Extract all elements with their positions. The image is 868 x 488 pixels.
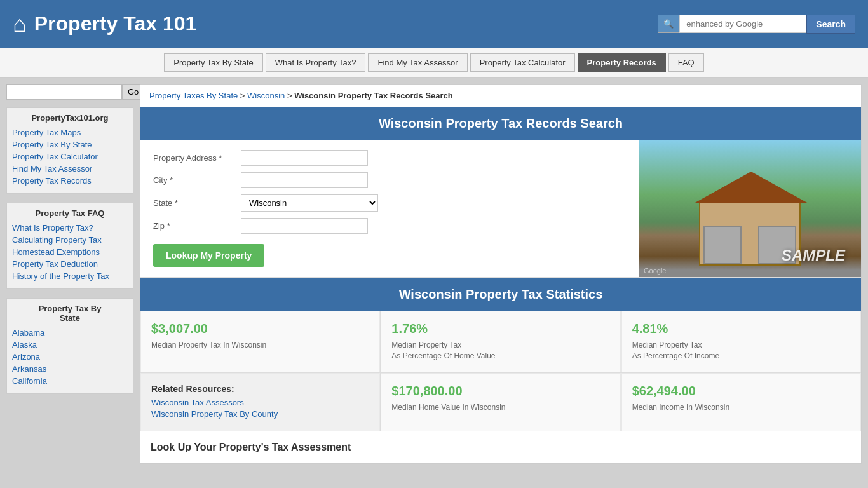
nav-property-tax-by-state[interactable]: Property Tax By State (164, 53, 263, 72)
search-button[interactable]: Search (806, 15, 855, 34)
resources-title: Related Resources: (151, 384, 369, 394)
nav-property-tax-calculator[interactable]: Property Tax Calculator (470, 53, 575, 72)
form-label-city: City * (153, 175, 236, 185)
nav-property-records[interactable]: Property Records (578, 53, 666, 72)
sample-image: SAMPLE Google (639, 140, 861, 277)
resource-link-tax-assessors[interactable]: Wisconsin Tax Assessors (151, 398, 369, 407)
stat-label-pct-income: Median Property TaxAs Percentage Of Inco… (632, 340, 850, 362)
sidebar-link-property-tax-records[interactable]: Property Tax Records (12, 176, 128, 186)
property-form-area: Property Address * City * State * Wiscon… (140, 140, 861, 278)
sidebar-link-property-tax-calculator[interactable]: Property Tax Calculator (12, 152, 128, 161)
sidebar-link-homestead-exemptions[interactable]: Homestead Exemptions (12, 247, 128, 257)
bottom-heading: Look Up Your Property's Tax Assessment (151, 442, 851, 453)
form-row-state: State * Wisconsin Alabama Alaska Arizona (153, 194, 626, 212)
sidebar-state-arizona[interactable]: Arizona (12, 352, 128, 362)
property-image: SAMPLE Google (639, 140, 861, 277)
bottom-section: Look Up Your Property's Tax Assessment (140, 431, 861, 463)
sidebar-by-state-box: Property Tax ByState Alabama Alaska Ariz… (6, 298, 133, 394)
form-select-state[interactable]: Wisconsin Alabama Alaska Arizona (241, 194, 378, 212)
stats-grid: $3,007.00 Median Property Tax In Wiscons… (140, 311, 861, 431)
sidebar-propertytax101-title: PropertyTax101.org (12, 113, 128, 123)
stat-value-pct-income: 4.81% (632, 322, 850, 336)
breadcrumb-link-wisconsin[interactable]: Wisconsin (247, 91, 285, 100)
breadcrumb-current: Wisconsin Property Tax Records Search (294, 91, 453, 100)
stat-cell-median-tax: $3,007.00 Median Property Tax In Wiscons… (140, 311, 380, 372)
sidebar-faq-title: Property Tax FAQ (12, 208, 128, 218)
form-input-city[interactable] (241, 172, 368, 188)
sidebar-link-find-tax-assessor[interactable]: Find My Tax Assessor (12, 164, 128, 173)
site-title: Property Tax 101 (34, 12, 197, 36)
home-icon: ⌂ (13, 11, 27, 37)
stat-label-median-tax: Median Property Tax In Wisconsin (151, 340, 369, 351)
form-label-zip: Zip * (153, 221, 236, 231)
sidebar-state-alabama[interactable]: Alabama (12, 328, 128, 337)
main-content: Property Taxes By State > Wisconsin > Wi… (140, 84, 862, 464)
breadcrumb-link-property-taxes-by-state[interactable]: Property Taxes By State (149, 91, 238, 100)
sidebar-state-arkansas[interactable]: Arkansas (12, 364, 128, 374)
nav-faq[interactable]: FAQ (668, 53, 704, 72)
stat-value-income: $62,494.00 (632, 384, 850, 398)
breadcrumb: Property Taxes By State > Wisconsin > Wi… (140, 85, 861, 107)
sidebar-link-property-tax-maps[interactable]: Property Tax Maps (12, 128, 128, 137)
property-form: Property Address * City * State * Wiscon… (140, 140, 639, 277)
search-icon-box: 🔍 (658, 15, 679, 33)
form-input-address[interactable] (241, 150, 368, 166)
nav-what-is-property-tax[interactable]: What Is Property Tax? (266, 53, 366, 72)
sidebar-search-input[interactable] (6, 84, 122, 100)
form-row-city: City * (153, 172, 626, 188)
stat-label-pct-home-value: Median Property TaxAs Percentage Of Home… (391, 340, 609, 362)
sidebar: Go PropertyTax101.org Property Tax Maps … (6, 84, 133, 464)
form-input-zip[interactable] (241, 218, 368, 234)
stat-cell-home-value: $170,800.00 Median Home Value In Wiscons… (381, 373, 620, 431)
sidebar-propertytax101-box: PropertyTax101.org Property Tax Maps Pro… (6, 107, 133, 194)
sidebar-link-history-property-tax[interactable]: History of the Property Tax (12, 271, 128, 281)
page-title-header: Wisconsin Property Tax Records Search (140, 107, 861, 140)
form-row-zip: Zip * (153, 218, 626, 234)
form-label-address: Property Address * (153, 153, 236, 163)
search-icon: 🔍 (663, 19, 674, 29)
form-label-state: State * (153, 198, 236, 208)
sidebar-by-state-title: Property Tax ByState (12, 304, 128, 323)
sidebar-link-property-tax-by-state[interactable]: Property Tax By State (12, 140, 128, 149)
main-layout: Go PropertyTax101.org Property Tax Maps … (0, 78, 868, 470)
search-input[interactable] (679, 15, 806, 33)
sidebar-faq-box: Property Tax FAQ What Is Property Tax? C… (6, 203, 133, 289)
sidebar-state-alaska[interactable]: Alaska (12, 340, 128, 349)
stat-cell-pct-home-value: 1.76% Median Property TaxAs Percentage O… (381, 311, 620, 372)
stat-value-median-tax: $3,007.00 (151, 322, 369, 336)
stat-cell-pct-income: 4.81% Median Property TaxAs Percentage O… (621, 311, 861, 372)
sidebar-link-calculating-property-tax[interactable]: Calculating Property Tax (12, 235, 128, 245)
sample-watermark: SAMPLE (775, 240, 851, 271)
sidebar-link-property-tax-deduction[interactable]: Property Tax Deduction (12, 259, 128, 269)
stat-label-home-value: Median Home Value In Wisconsin (391, 402, 609, 413)
search-area: 🔍 Search (658, 15, 855, 34)
resource-link-tax-by-county[interactable]: Wisconsin Property Tax By County (151, 409, 369, 419)
main-nav: Property Tax By State What Is Property T… (0, 48, 868, 78)
sidebar-state-california[interactable]: California (12, 376, 128, 386)
stat-value-pct-home-value: 1.76% (391, 322, 609, 336)
lookup-property-button[interactable]: Lookup My Property (153, 244, 264, 267)
google-label: Google (644, 267, 666, 274)
stat-value-home-value: $170,800.00 (391, 384, 609, 398)
stats-header: Wisconsin Property Tax Statistics (140, 278, 861, 311)
form-row-address: Property Address * (153, 150, 626, 166)
stat-cell-resources: Related Resources: Wisconsin Tax Assesso… (140, 373, 380, 431)
site-header: ⌂ Property Tax 101 🔍 Search (0, 0, 868, 48)
sidebar-search: Go (6, 84, 133, 100)
nav-find-tax-assessor[interactable]: Find My Tax Assessor (368, 53, 467, 72)
sidebar-link-what-is-property-tax[interactable]: What Is Property Tax? (12, 223, 128, 233)
stat-cell-income: $62,494.00 Median Income In Wisconsin (621, 373, 861, 431)
logo-area: ⌂ Property Tax 101 (13, 11, 196, 37)
stat-label-income: Median Income In Wisconsin (632, 402, 850, 413)
